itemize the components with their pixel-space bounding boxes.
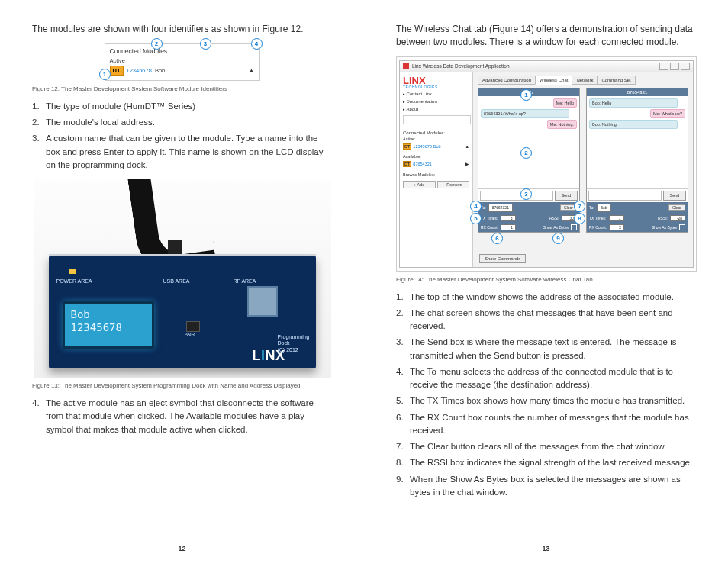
eject-icon[interactable]: ▲ bbox=[465, 144, 469, 149]
rssi-value-b: -28 bbox=[670, 215, 685, 221]
show-bytes-checkbox-b[interactable] bbox=[679, 224, 685, 230]
nav-docs[interactable]: Documentation bbox=[403, 98, 469, 105]
add-button[interactable]: + Add bbox=[403, 181, 436, 188]
chat-window-b: 87654321 Bob: Hello Me: What's up? Bob: … bbox=[586, 88, 688, 233]
send-button-b[interactable]: Send bbox=[663, 191, 686, 201]
led-indicator bbox=[69, 269, 76, 274]
callout-3: 3 bbox=[520, 188, 532, 200]
callout-9: 9 bbox=[552, 233, 564, 244]
module-name-input[interactable]: Bob bbox=[155, 67, 165, 74]
minimize-button[interactable] bbox=[659, 63, 668, 70]
sidebar: LINX TECHNOLOGIES Contact Linx Documenta… bbox=[400, 72, 473, 268]
figure-14-app: Linx Wireless Data Development Applicati… bbox=[399, 60, 694, 268]
send-input-b[interactable] bbox=[588, 191, 662, 201]
window-titlebar: Linx Wireless Data Development Applicati… bbox=[400, 61, 693, 72]
mod-name[interactable]: Bob bbox=[433, 144, 441, 149]
lcd-line1: Bob bbox=[71, 308, 146, 321]
list-right: 1.The top of the window shows the addres… bbox=[396, 291, 696, 500]
rssi-label: RSSI: bbox=[658, 216, 668, 220]
callout-2: 2 bbox=[520, 147, 532, 159]
callout-5: 5 bbox=[470, 213, 482, 224]
chat-a-messages: Me: Hello 87654321: What's up? Me: Nothi… bbox=[478, 96, 579, 188]
to-select-a[interactable]: 87654321 bbox=[488, 204, 513, 212]
rx-value-a: 1 bbox=[501, 224, 516, 230]
play-icon[interactable]: ▶ bbox=[465, 162, 469, 166]
caption-fig14: Figure 14: The Master Development System… bbox=[396, 276, 696, 283]
tab-advanced[interactable]: Advanced Configuration bbox=[478, 76, 536, 85]
show-bytes-label: Show As Bytes bbox=[652, 225, 677, 230]
mod-addr: 12345678 bbox=[413, 144, 431, 149]
available-module-row[interactable]: DT 87654321 ▶ bbox=[403, 161, 469, 167]
page-number-right: – 13 – bbox=[364, 545, 728, 552]
eject-icon[interactable]: ▲ bbox=[249, 67, 255, 75]
figure-12: Connected Modules Active DT 12345678 Bob… bbox=[105, 43, 260, 81]
callout-6: 6 bbox=[491, 233, 503, 244]
tabs: Advanced Configuration Wireless Chat Net… bbox=[478, 76, 688, 85]
to-label: To: bbox=[589, 205, 594, 210]
rx-label: RX Count: bbox=[481, 225, 498, 230]
callout-4: 4 bbox=[251, 38, 263, 50]
mod-badge: DT bbox=[403, 143, 411, 150]
page-left: The modules are shown with four identifi… bbox=[0, 0, 364, 563]
rssi-label: RSSI: bbox=[549, 216, 559, 220]
chat-msg: Bob: Nothing. bbox=[589, 120, 678, 129]
active-label: Active: bbox=[403, 137, 469, 141]
caption-fig13: Figure 13: The Master Development System… bbox=[32, 382, 332, 389]
nav-about[interactable]: About bbox=[403, 106, 469, 112]
tab-network[interactable]: Network bbox=[572, 76, 598, 85]
power-area-label: POWER AREA bbox=[56, 278, 92, 284]
callout-8: 8 bbox=[574, 213, 585, 224]
window-title: Linx Wireless Data Development Applicati… bbox=[412, 63, 510, 69]
tab-command-set[interactable]: Command Set bbox=[597, 76, 635, 85]
show-bytes-checkbox-a[interactable] bbox=[571, 224, 577, 230]
rx-value-b: 2 bbox=[609, 224, 624, 230]
mod-addr: 87654321 bbox=[413, 162, 431, 166]
to-select-b[interactable]: Bob bbox=[597, 204, 611, 212]
pair-label: PAIR bbox=[185, 332, 195, 336]
active-module-row[interactable]: DT 12345678 Bob ▲ bbox=[403, 143, 469, 150]
fig12-title: Connected Modules bbox=[110, 47, 255, 55]
main-area: Advanced Configuration Wireless Chat Net… bbox=[473, 72, 693, 268]
tx-value-a: 3 bbox=[501, 215, 516, 221]
pair-button bbox=[186, 321, 200, 332]
mod-badge: DT bbox=[403, 161, 411, 167]
callout-4: 4 bbox=[470, 201, 482, 212]
available-label: Available: bbox=[403, 154, 469, 159]
send-input-a[interactable] bbox=[480, 191, 553, 201]
rf-module-chip bbox=[247, 286, 278, 317]
page-number-left: – 12 – bbox=[0, 545, 364, 552]
programming-dock-label: Programming Dock (C) 2012 bbox=[277, 334, 309, 353]
figure-13-photo: POWER AREA USB AREA RF AREA PAIR Bob 123… bbox=[34, 179, 331, 378]
tx-label: TX Times: bbox=[481, 216, 498, 220]
intro-left: The modules are shown with four identifi… bbox=[32, 23, 332, 36]
intro-right: The Wireless Chat tab (Figure 14) offers… bbox=[396, 23, 696, 49]
app-icon bbox=[403, 63, 409, 69]
chat-msg: Me: What's up? bbox=[650, 109, 685, 118]
show-commands-button[interactable]: Show Commands bbox=[479, 254, 526, 263]
browse-label: Browse Modules: bbox=[403, 172, 469, 177]
maximize-button[interactable] bbox=[670, 63, 679, 70]
callout-7: 7 bbox=[574, 201, 585, 212]
fig12-module-row[interactable]: DT 12345678 Bob ▲ bbox=[110, 66, 255, 76]
chat-msg: Bob: Hello bbox=[589, 98, 678, 108]
nav-contact[interactable]: Contact Linx bbox=[403, 91, 469, 97]
search-input[interactable] bbox=[403, 115, 471, 124]
chat-b-header: 87654321 bbox=[587, 88, 688, 96]
page-right: The Wireless Chat tab (Figure 14) offers… bbox=[364, 0, 728, 563]
close-button[interactable] bbox=[681, 63, 690, 70]
list-left-b: 4.The active module has an eject symbol … bbox=[32, 397, 332, 436]
clear-button-b[interactable]: Clear bbox=[668, 204, 685, 211]
window-buttons bbox=[659, 63, 690, 70]
module-type-badge: DT bbox=[110, 66, 124, 76]
caption-fig12: Figure 12: The Master Development System… bbox=[32, 85, 332, 92]
callout-3: 3 bbox=[200, 38, 211, 50]
tab-wireless-chat[interactable]: Wireless Chat bbox=[535, 76, 572, 85]
connected-modules-label: Connected Modules: bbox=[403, 130, 469, 135]
remove-button[interactable]: - Remove bbox=[437, 181, 470, 188]
callout-1: 1 bbox=[520, 89, 532, 101]
send-button-a[interactable]: Send bbox=[555, 191, 578, 201]
chat-msg: Me: Hello bbox=[553, 98, 577, 108]
callout-2: 2 bbox=[151, 38, 163, 50]
linx-logo-text: LINX TECHNOLOGIES bbox=[403, 76, 469, 89]
list-left-a: 1.The type of module (HumDT™ Series) 2.T… bbox=[32, 100, 332, 172]
